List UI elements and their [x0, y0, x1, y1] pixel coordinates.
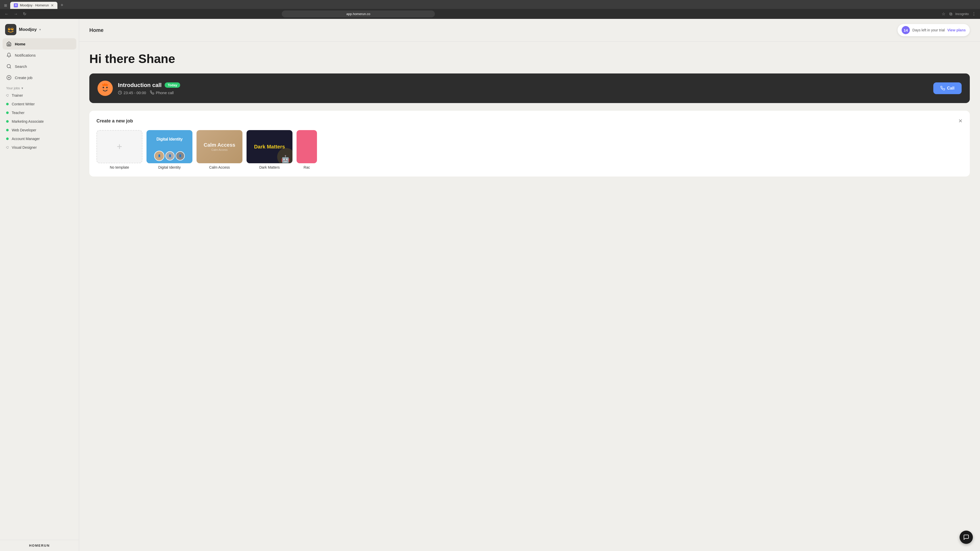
- your-jobs-chevron: ▾: [21, 86, 23, 90]
- svg-point-3: [9, 28, 10, 29]
- job-item-account-manager[interactable]: Account Manager: [3, 135, 76, 143]
- bookmark-button[interactable]: ☆: [941, 11, 946, 17]
- job-status-account-manager: [6, 138, 9, 140]
- tab-favicon: H: [14, 3, 18, 7]
- create-job-header: Create a new job ✕: [97, 118, 963, 124]
- intro-time-row: 23:45 - 00:00 Phone call: [118, 91, 928, 95]
- dark-matters-label: Dark Matters: [247, 165, 293, 169]
- job-label-trainer: Trainer: [12, 94, 23, 97]
- job-item-teacher[interactable]: Teacher: [3, 108, 76, 117]
- menu-button[interactable]: ⋮: [971, 11, 977, 17]
- search-icon: [6, 64, 12, 69]
- view-plans-button[interactable]: View plans: [947, 28, 966, 32]
- sidebar-home-label: Home: [15, 42, 25, 46]
- sidebar-create-job-label: Create job: [15, 76, 32, 80]
- trial-days-number: 14: [902, 26, 910, 34]
- job-item-trainer[interactable]: Trainer: [3, 91, 76, 100]
- job-label-content-writer: Content Writer: [12, 102, 35, 106]
- main-content: Hi there Shane Introdu: [79, 41, 980, 551]
- job-status-trainer: [6, 94, 9, 97]
- svg-point-11: [103, 87, 104, 88]
- job-item-web-developer[interactable]: Web Developer: [3, 126, 76, 135]
- notifications-icon: [6, 52, 12, 58]
- sidebar-item-create-job[interactable]: Create job: [3, 72, 76, 83]
- templates-grid: + No template Digital Identity 👤 �: [97, 130, 963, 169]
- back-button[interactable]: ←: [3, 11, 10, 17]
- main: Home 14 Days left in your trial View pla…: [79, 19, 980, 551]
- greeting-text: Hi there Shane: [89, 52, 970, 66]
- job-status-web-developer: [6, 129, 9, 131]
- digital-identity-label: Digital Identity: [146, 165, 192, 169]
- job-status-marketing-associate: [6, 120, 9, 123]
- your-jobs-section[interactable]: Your jobs ▾: [3, 83, 76, 91]
- address-bar[interactable]: [282, 11, 435, 17]
- intro-title-row: Introduction call Today: [118, 82, 928, 89]
- template-no-template[interactable]: + No template: [97, 130, 142, 169]
- company-logo: [5, 24, 16, 35]
- nav-bar: ← → ↻ ☆ ⧉ Incognito ⋮: [0, 9, 980, 19]
- tab-label: Moodjoy · Homerun: [20, 3, 49, 7]
- job-status-content-writer: [6, 103, 9, 105]
- company-header[interactable]: Moodjoy ▾: [0, 19, 79, 38]
- create-job-card: Create a new job ✕ + No template: [89, 111, 970, 176]
- svg-point-12: [106, 87, 108, 88]
- call-button-label: Call: [947, 86, 955, 91]
- job-label-web-developer: Web Developer: [12, 128, 36, 132]
- job-label-account-manager: Account Manager: [12, 137, 40, 141]
- template-dark-matters[interactable]: Dark Matters 🤖 Dark Matters: [247, 130, 293, 169]
- sidebar-item-search[interactable]: Search: [3, 61, 76, 72]
- svg-line-6: [10, 67, 11, 68]
- job-item-content-writer[interactable]: Content Writer: [3, 100, 76, 108]
- sidebar-nav: Home Notifications Search: [0, 38, 79, 540]
- forward-button[interactable]: →: [12, 11, 19, 17]
- job-item-marketing-associate[interactable]: Marketing Associate: [3, 117, 76, 126]
- main-header: Home 14 Days left in your trial View pla…: [79, 19, 980, 41]
- browser-chrome: ⊞ H Moodjoy · Homerun ✕ + ← → ↻ ☆ ⧉ Inco…: [0, 0, 980, 19]
- company-dropdown-icon: ▾: [39, 28, 41, 32]
- template-digital-identity[interactable]: Digital Identity 👤 👤 👤 Digital Identity: [146, 130, 192, 169]
- app: Moodjoy ▾ Home Notifications: [0, 19, 980, 551]
- template-calm-access[interactable]: Calm Access Calm Access Calm Access: [197, 130, 242, 169]
- create-job-title: Create a new job: [97, 118, 133, 124]
- today-badge: Today: [165, 83, 180, 88]
- active-tab[interactable]: H Moodjoy · Homerun ✕: [10, 2, 57, 9]
- job-item-visual-designer[interactable]: Visual Designer: [3, 143, 76, 152]
- intro-call-type: Phone call: [150, 91, 173, 95]
- no-template-img: +: [97, 130, 142, 163]
- create-job-icon: [6, 75, 12, 80]
- template-rac[interactable]: Rac: [297, 130, 317, 169]
- tab-switcher[interactable]: ⊞: [2, 2, 9, 8]
- sidebar-notifications-label: Notifications: [15, 53, 36, 57]
- create-job-close-button[interactable]: ✕: [958, 118, 963, 124]
- no-template-label: No template: [97, 165, 142, 169]
- trial-badge: 14 Days left in your trial View plans: [897, 24, 970, 36]
- no-template-plus-icon: +: [117, 141, 122, 152]
- trial-text: Days left in your trial: [912, 28, 945, 32]
- job-status-visual-designer: [6, 146, 9, 149]
- tab-close-button[interactable]: ✕: [51, 3, 54, 7]
- dark-matters-img: Dark Matters 🤖: [247, 130, 293, 163]
- rac-label: Rac: [297, 165, 317, 169]
- svg-rect-0: [6, 24, 16, 35]
- intro-call-title: Introduction call: [118, 82, 162, 89]
- sidebar-search-label: Search: [15, 64, 27, 68]
- svg-point-10: [99, 82, 111, 95]
- intro-time-text: 23:45 - 00:00: [124, 91, 146, 95]
- page-title: Home: [89, 27, 103, 33]
- new-tab-button[interactable]: +: [59, 2, 65, 9]
- calm-access-label: Calm Access: [197, 165, 242, 169]
- sidebar: Moodjoy ▾ Home Notifications: [0, 19, 79, 551]
- rac-img: [297, 130, 317, 163]
- incognito-label: Incognito: [955, 12, 969, 16]
- intro-call-card: Introduction call Today 23:45 - 00:00 Ph…: [89, 73, 970, 103]
- call-button[interactable]: Call: [933, 83, 962, 94]
- sidebar-item-home[interactable]: Home: [3, 38, 76, 49]
- intro-time-range: 23:45 - 00:00: [118, 91, 146, 95]
- sidebar-footer: HOMERUN: [0, 540, 79, 551]
- job-label-marketing-associate: Marketing Associate: [12, 119, 44, 124]
- sidebar-item-notifications[interactable]: Notifications: [3, 49, 76, 61]
- svg-point-4: [12, 28, 13, 29]
- reload-button[interactable]: ↻: [21, 11, 28, 17]
- split-view-button[interactable]: ⧉: [948, 11, 953, 17]
- chat-button[interactable]: [959, 530, 973, 544]
